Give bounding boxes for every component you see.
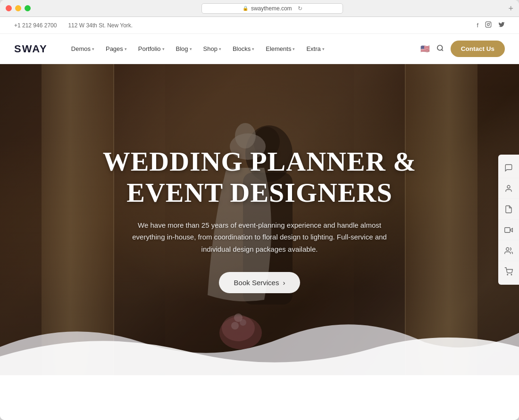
nav-pages-chevron: ▾ bbox=[125, 47, 127, 51]
nav-blog[interactable]: Blog ▾ bbox=[171, 42, 197, 55]
main-nav: SWAY Demos ▾ Pages ▾ Portfolio ▾ Blog ▾ bbox=[0, 34, 519, 64]
reload-icon[interactable]: ↻ bbox=[298, 5, 302, 12]
svg-point-20 bbox=[507, 274, 508, 275]
nav-pages-label: Pages bbox=[106, 45, 123, 52]
mac-titlebar: 🔒 swaytheme.com ↻ + bbox=[0, 0, 519, 17]
nav-elements[interactable]: Elements ▾ bbox=[261, 42, 300, 55]
nav-elements-chevron: ▾ bbox=[293, 47, 295, 51]
sidebar-cart-icon[interactable] bbox=[498, 261, 519, 282]
book-services-label: Book Services bbox=[234, 279, 279, 287]
phone-number: +1 212 946 2700 bbox=[14, 22, 57, 29]
sidebar-team-icon[interactable] bbox=[498, 240, 519, 261]
nav-actions: 🇺🇸 Contact Us bbox=[420, 41, 505, 57]
contact-info: +1 212 946 2700 112 W 34th St. New York. bbox=[14, 22, 133, 29]
nav-menu: Demos ▾ Pages ▾ Portfolio ▾ Blog ▾ Shop bbox=[67, 42, 420, 55]
url-input[interactable]: 🔒 swaytheme.com ↻ bbox=[201, 3, 343, 14]
nav-extra-label: Extra bbox=[306, 45, 320, 52]
nav-portfolio[interactable]: Portfolio ▾ bbox=[134, 42, 169, 55]
svg-point-16 bbox=[507, 185, 510, 188]
hero-subtitle: We have more than 25 years of event-plan… bbox=[123, 219, 396, 255]
hero-title: WEDDING PLANNER & EVENT DESIGNERS bbox=[103, 146, 417, 209]
nav-shop[interactable]: Shop ▾ bbox=[199, 42, 226, 55]
svg-point-3 bbox=[437, 45, 443, 50]
nav-blocks[interactable]: Blocks ▾ bbox=[228, 42, 259, 55]
search-icon[interactable] bbox=[436, 44, 444, 53]
facebook-icon[interactable]: f bbox=[477, 22, 478, 29]
contact-button[interactable]: Contact Us bbox=[451, 41, 505, 57]
address: 112 W 34th St. New York. bbox=[68, 22, 133, 29]
svg-point-1 bbox=[487, 24, 490, 26]
social-links: f bbox=[477, 21, 505, 29]
address-bar: 🔒 swaytheme.com ↻ bbox=[36, 3, 508, 14]
svg-rect-18 bbox=[505, 227, 510, 232]
right-sidebar bbox=[498, 155, 519, 285]
hero-wave bbox=[0, 319, 519, 375]
new-tab-button[interactable]: + bbox=[508, 4, 513, 13]
nav-extra-chevron: ▾ bbox=[322, 47, 325, 51]
site-logo[interactable]: SWAY bbox=[14, 43, 48, 55]
svg-point-2 bbox=[489, 23, 490, 24]
svg-rect-0 bbox=[486, 22, 491, 27]
svg-line-4 bbox=[442, 49, 443, 51]
nav-demos[interactable]: Demos ▾ bbox=[67, 42, 99, 55]
minimize-button[interactable] bbox=[15, 5, 21, 11]
sidebar-chat-icon[interactable] bbox=[498, 157, 519, 178]
hero-section: WEDDING PLANNER & EVENT DESIGNERS We hav… bbox=[0, 64, 519, 375]
mac-window-buttons bbox=[6, 5, 31, 11]
nav-pages[interactable]: Pages ▾ bbox=[101, 42, 132, 55]
close-button[interactable] bbox=[6, 5, 12, 11]
hero-title-line1: WEDDING PLANNER & bbox=[103, 146, 417, 177]
svg-point-19 bbox=[506, 247, 509, 250]
nav-blog-chevron: ▾ bbox=[190, 47, 192, 51]
nav-blog-label: Blog bbox=[176, 45, 188, 52]
lock-icon: 🔒 bbox=[243, 6, 248, 11]
url-text: swaytheme.com bbox=[251, 5, 292, 12]
book-services-arrow: › bbox=[283, 279, 285, 287]
maximize-button[interactable] bbox=[25, 5, 31, 11]
svg-point-21 bbox=[511, 274, 512, 275]
twitter-icon[interactable] bbox=[498, 21, 505, 29]
below-hero-section bbox=[0, 375, 519, 420]
language-flag[interactable]: 🇺🇸 bbox=[420, 44, 430, 53]
hero-title-line2: EVENT DESIGNERS bbox=[126, 177, 393, 208]
mac-window: 🔒 swaytheme.com ↻ + +1 212 946 2700 112 … bbox=[0, 0, 519, 420]
site-content: +1 212 946 2700 112 W 34th St. New York.… bbox=[0, 17, 519, 420]
nav-portfolio-chevron: ▾ bbox=[162, 47, 165, 51]
nav-demos-label: Demos bbox=[71, 45, 91, 52]
sidebar-document-icon[interactable] bbox=[498, 199, 519, 220]
nav-extra[interactable]: Extra ▾ bbox=[301, 42, 329, 55]
nav-blocks-chevron: ▾ bbox=[252, 47, 254, 51]
instagram-icon[interactable] bbox=[485, 21, 492, 29]
svg-marker-17 bbox=[510, 228, 512, 232]
sidebar-user-icon[interactable] bbox=[498, 178, 519, 199]
nav-blocks-label: Blocks bbox=[233, 45, 251, 52]
nav-portfolio-label: Portfolio bbox=[138, 45, 161, 52]
sidebar-video-icon[interactable] bbox=[498, 220, 519, 240]
nav-demos-chevron: ▾ bbox=[92, 47, 94, 51]
nav-shop-label: Shop bbox=[203, 45, 218, 52]
nav-elements-label: Elements bbox=[266, 45, 291, 52]
nav-shop-chevron: ▾ bbox=[219, 47, 221, 51]
top-bar: +1 212 946 2700 112 W 34th St. New York.… bbox=[0, 17, 519, 34]
book-services-button[interactable]: Book Services › bbox=[219, 272, 301, 293]
